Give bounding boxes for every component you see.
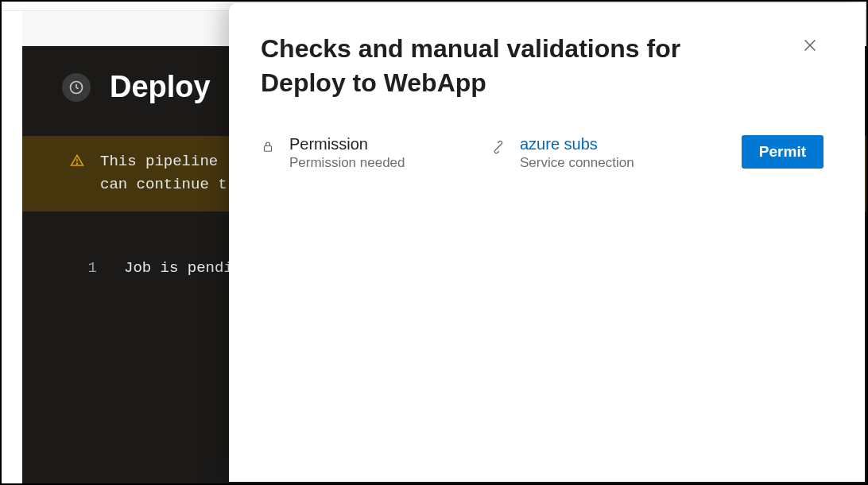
- close-button[interactable]: [796, 32, 823, 59]
- log-line-number: 1: [87, 259, 97, 277]
- clock-icon: [62, 73, 91, 102]
- service-connection-icon: [491, 137, 506, 157]
- warning-line-1: This pipeline: [100, 150, 227, 173]
- permit-button[interactable]: Permit: [742, 135, 823, 169]
- resource-link[interactable]: azure subs: [520, 135, 634, 153]
- warning-line-2: can continue t: [100, 173, 227, 196]
- check-row: Permission Permission needed azure subs …: [261, 135, 823, 171]
- close-icon: [801, 37, 819, 54]
- svg-point-2: [76, 163, 77, 164]
- warning-text: This pipeline can continue t: [100, 150, 227, 197]
- svg-line-6: [497, 146, 501, 149]
- svg-rect-5: [265, 146, 272, 152]
- stage-title: Deploy: [110, 70, 211, 104]
- checks-panel: Checks and manual validations for Deploy…: [229, 3, 865, 482]
- resource-sub: Service connection: [520, 155, 634, 171]
- side-gutter: [2, 11, 22, 483]
- panel-title: Checks and manual validations for Deploy…: [261, 32, 722, 100]
- resource-column: azure subs Service connection: [491, 135, 698, 171]
- permission-sub: Permission needed: [289, 155, 405, 171]
- warning-icon: [70, 153, 84, 168]
- permission-label: Permission: [289, 135, 405, 153]
- permission-column: Permission Permission needed: [261, 135, 491, 171]
- lock-icon: [261, 137, 275, 157]
